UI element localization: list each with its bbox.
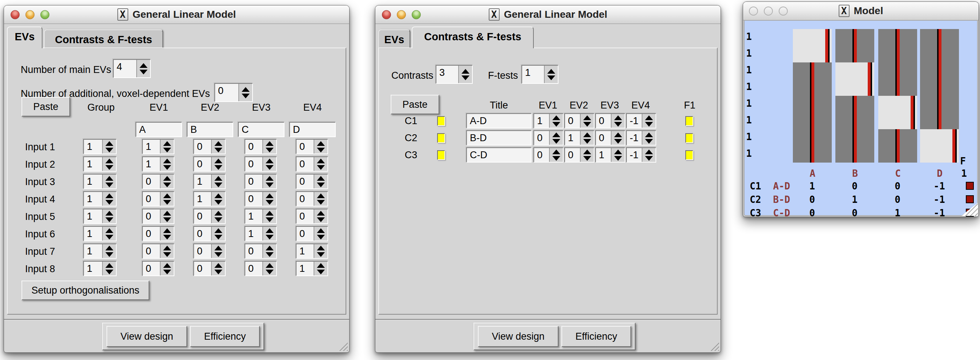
title-area: X General Linear Model [375, 5, 721, 24]
tab-label: EVs [385, 34, 404, 46]
ev-value-line [939, 96, 942, 113]
group-value-label: 1 [746, 48, 752, 59]
ev-timecourse-segment [920, 46, 959, 62]
ev-timecourse-segment [835, 79, 874, 96]
ev-value-line [854, 146, 857, 163]
view-design-button[interactable]: View design [107, 326, 187, 347]
footer-separator [4, 319, 349, 320]
efficiency-label: Efficiency [575, 331, 617, 342]
ev-timecourse-segment [793, 96, 832, 113]
ev-column-name: C [895, 168, 901, 179]
contrast-title: A-D [773, 181, 790, 192]
glm-window-evs: X General Linear Model EVs Contrasts & F… [4, 5, 350, 353]
resize-grip[interactable] [708, 340, 719, 351]
ev-timecourse-segment [920, 29, 959, 46]
ev-zero-line [828, 29, 830, 46]
ev-value-line [897, 129, 900, 146]
contrast-value: 1 [895, 208, 900, 219]
glm-window-contrasts: X General Linear Model EVs Contrasts & F… [375, 5, 721, 353]
ev-timecourse-segment [878, 62, 917, 79]
design-matrix-canvas: 11111111ABCDF1C1A-D100-1C2B-D010-1C3C-D0… [744, 20, 978, 216]
ev-value-line [825, 46, 828, 62]
ev-timecourse-segment [920, 96, 959, 113]
ev-timecourse-segment [920, 146, 959, 163]
titlebar[interactable]: X General Linear Model [375, 5, 721, 24]
footer-separator [375, 319, 721, 320]
group-value-label: 1 [746, 132, 752, 142]
tab-evs[interactable]: EVs [7, 27, 43, 48]
ev-value-line [854, 46, 857, 62]
ev-value-line [811, 62, 814, 79]
ev-value-line [811, 146, 814, 163]
contrast-value: 0 [895, 194, 900, 205]
efficiency-label: Efficiency [204, 331, 246, 342]
contrast-id: C2 [749, 194, 761, 205]
ev-timecourse-segment [878, 96, 917, 113]
tab-label: Contrasts & F-tests [55, 34, 152, 46]
titlebar[interactable]: X General Linear Model [4, 5, 349, 24]
f-header-number: 1 [961, 168, 967, 179]
ev-timecourse-segment [835, 29, 874, 46]
contrast-id: C3 [749, 208, 761, 219]
ev-value-line [854, 129, 857, 146]
contrast-value: 0 [895, 181, 900, 192]
efficiency-button[interactable]: Efficiency [562, 326, 631, 347]
ev-value-line [868, 79, 871, 96]
ev-timecourse-segment [835, 146, 874, 163]
ev-timecourse-segment [793, 46, 832, 62]
titlebar[interactable]: X Model [743, 2, 978, 20]
ev-timecourse-segment [920, 129, 959, 146]
ev-column-name: B [852, 168, 858, 179]
contrast-value: -1 [934, 208, 945, 219]
tab-contrasts-ftests[interactable]: Contrasts & F-tests [44, 29, 163, 48]
ev-value-line [811, 129, 814, 146]
ev-column-a [793, 29, 832, 163]
ev-column-b [835, 29, 874, 163]
ev-value-line [939, 29, 942, 46]
ev-zero-line [871, 62, 872, 79]
ev-zero-line [913, 113, 915, 129]
view-design-label: View design [120, 331, 173, 342]
tab-evs[interactable]: EVs [378, 29, 410, 48]
group-value-label: 1 [746, 115, 752, 125]
group-value-label: 1 [746, 148, 752, 159]
ev-value-line [939, 62, 942, 79]
group-value-label: 1 [746, 98, 752, 109]
ev-value-line [825, 29, 828, 46]
ev-value-line [939, 79, 942, 96]
view-design-button[interactable]: View design [478, 326, 558, 347]
group-value-label: 1 [746, 65, 752, 76]
ev-value-line [811, 113, 814, 129]
ev-column-name: D [937, 168, 943, 179]
ev-timecourse-segment [920, 62, 959, 79]
ev-zero-line [955, 129, 957, 146]
ev-column-d [920, 29, 959, 163]
ev-value-line [897, 62, 900, 79]
ev-column-c [878, 29, 917, 163]
efficiency-button[interactable]: Efficiency [190, 326, 260, 347]
ev-value-line [939, 46, 942, 62]
view-design-label: View design [492, 331, 544, 342]
ev-zero-line [913, 96, 915, 113]
tab-contrasts-ftests[interactable]: Contrasts & F-tests [412, 27, 534, 48]
window-title: General Linear Model [504, 9, 608, 20]
ev-timecourse-segment [878, 146, 917, 163]
ev-value-line [811, 96, 814, 113]
x11-logo-icon: X [118, 8, 128, 21]
ev-value-line [897, 46, 900, 62]
ev-timecourse-segment [793, 79, 832, 96]
contrast-value: 1 [809, 181, 815, 192]
contrast-value: 0 [852, 181, 858, 192]
resize-grip[interactable] [337, 340, 348, 351]
ev-zero-line [871, 79, 872, 96]
contrast-value: 1 [852, 194, 858, 205]
ev-value-line [939, 113, 942, 129]
ev-timecourse-segment [793, 29, 832, 46]
model-window: X Model 11111111ABCDF1C1A-D100-1C2B-D010… [743, 2, 979, 217]
ev-value-line [911, 96, 913, 113]
ev-timecourse-segment [878, 29, 917, 46]
ev-timecourse-segment [793, 62, 832, 79]
ev-timecourse-segment [878, 113, 917, 129]
ev-timecourse-segment [835, 129, 874, 146]
contrast-id: C1 [749, 181, 761, 192]
